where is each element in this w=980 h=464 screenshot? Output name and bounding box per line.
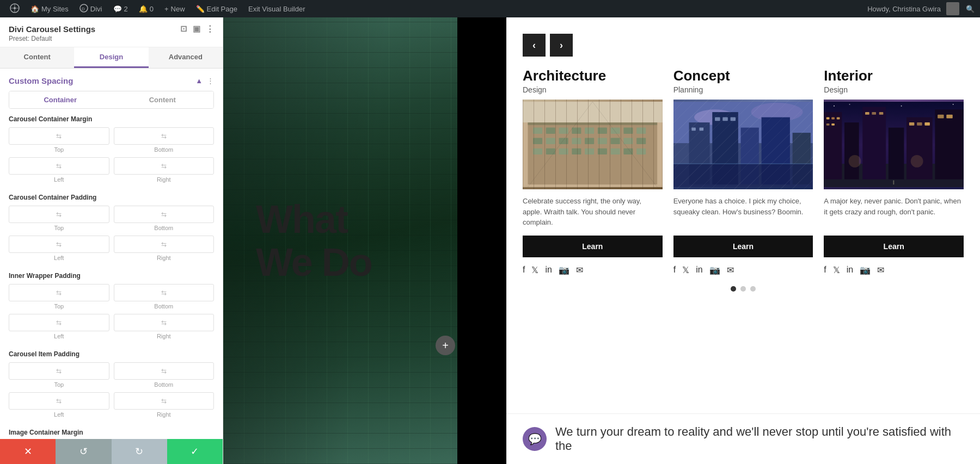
sub-tab-container[interactable]: Container [9,91,112,108]
card-architecture: Architecture Design [523,67,663,275]
item-right-label: Right [157,411,171,418]
inner-top-field[interactable]: ⇆ [9,284,109,301]
howdy-text: Howdy, Christina Gwira [867,5,941,13]
padding-right-wrap: ⇆ Right [114,236,215,261]
facebook-icon[interactable]: f [523,265,525,275]
card-2-social: f 𝕏 in 📷 ✉ [673,265,813,275]
item-bottom-field[interactable]: ⇆ [114,362,215,380]
edit-icon: ✏️ [196,5,205,13]
edit-page-button[interactable]: ✏️ Edit Page [192,0,242,17]
carousel-section: ‹ › Architecture Design [506,17,980,464]
email-icon-2[interactable]: ✉ [727,265,734,275]
margin-top-field[interactable]: ⇆ [9,127,109,145]
svg-rect-48 [699,128,703,131]
inner-right-field[interactable]: ⇆ [114,314,215,331]
linkedin-icon[interactable]: in [545,265,552,275]
twitter-icon-2[interactable]: 𝕏 [682,265,689,275]
item-left-label: Left [54,411,64,418]
footer-text: We turn your dream to reality and we'll … [555,425,964,453]
search-icon[interactable]: 🔍 [966,5,975,13]
cancel-button[interactable]: ✕ [0,439,56,464]
sub-tab-content[interactable]: Content [112,91,214,108]
section-more-icon[interactable]: ⋮ [207,77,214,85]
instagram-icon-2[interactable]: 📷 [709,265,720,275]
more-icon[interactable]: ⋮ [206,24,214,34]
card-3-learn-button[interactable]: Learn [824,236,964,257]
svg-rect-10 [559,128,568,134]
instagram-icon-3[interactable]: 📷 [860,265,871,275]
comments-button[interactable]: 💬 2 [109,0,132,17]
footer-teaser: 💬 We turn your dream to reality and we'l… [506,413,980,464]
inner-left-field[interactable]: ⇆ [9,314,109,331]
padding-right-field[interactable]: ⇆ [114,236,215,253]
inner-bottom-field[interactable]: ⇆ [114,284,215,301]
resize-icon[interactable]: ⊡ [180,24,187,34]
exit-builder-button[interactable]: Exit Visual Builder [244,0,310,17]
padding-bottom-wrap: ⇆ Bottom [114,206,215,231]
svg-rect-43 [712,112,738,184]
card-3-title: Interior [824,67,964,84]
linkedin-icon-2[interactable]: in [696,265,702,275]
add-section-button[interactable]: + [436,336,455,355]
item-top-field[interactable]: ⇆ [9,362,109,380]
chat-bubble-icon: 💬 [528,432,542,446]
facebook-icon-3[interactable]: f [824,265,826,275]
tab-advanced[interactable]: Advanced [149,47,223,68]
redo-button[interactable]: ↻ [112,439,167,464]
padding-bottom-field[interactable]: ⇆ [114,206,215,223]
facebook-icon-2[interactable]: f [673,265,676,275]
dot-2[interactable] [740,286,746,292]
margin-bottom-wrap: ⇆ Bottom [114,127,215,153]
next-arrow[interactable]: › [550,34,573,57]
padding-left-field[interactable]: ⇆ [9,236,109,253]
my-sites-button[interactable]: 🏠 My Sites [26,0,73,17]
twitter-icon[interactable]: 𝕏 [531,265,538,275]
svg-rect-50 [722,117,728,121]
card-2-learn-button[interactable]: Learn [673,236,813,257]
carousel-nav: ‹ › [523,34,964,57]
svg-rect-4 [523,102,663,187]
divi-button[interactable]: D Divi [75,0,107,17]
svg-rect-33 [623,149,633,154]
svg-rect-31 [598,149,607,154]
item-right-field[interactable]: ⇆ [114,392,215,410]
inner-wrapper-padding-inputs: ⇆ Top ⇆ Bottom ⇆ Left [9,284,214,339]
svg-rect-59 [844,122,859,180]
new-button[interactable]: + New [160,0,189,17]
svg-rect-65 [832,117,835,120]
undo-button[interactable]: ↺ [56,439,111,464]
dot-1[interactable] [731,286,736,292]
svg-rect-44 [740,128,758,185]
confirm-icon: ✓ [191,446,199,457]
linkedin-icon-3[interactable]: in [847,265,853,275]
email-icon-3[interactable]: ✉ [877,265,884,275]
dot-3[interactable] [750,286,756,292]
item-left-field[interactable]: ⇆ [9,392,109,410]
svg-rect-75 [938,115,944,119]
panel-title: Divi Carousel Settings ⊡ ▣ ⋮ [9,24,214,34]
email-icon[interactable]: ✉ [576,265,583,275]
margin-left-field[interactable]: ⇆ [9,157,109,175]
panel-preset[interactable]: Preset: Default [9,35,214,42]
prev-arrow[interactable]: ‹ [523,34,546,57]
notifications-button[interactable]: 🔔 0 [134,0,158,17]
inner-wrapper-padding-group: Inner Wrapper Padding ⇆ Top ⇆ Bottom [9,272,214,339]
card-1-desc: Celebrate success right, the only way, a… [523,196,663,228]
twitter-icon-3[interactable]: 𝕏 [833,265,840,275]
padding-top-field[interactable]: ⇆ [9,206,109,223]
redo-icon: ↻ [135,446,143,457]
panel-content: Carousel Container Margin ⇆ Top ⇆ Bottom [0,115,223,439]
card-1-learn-button[interactable]: Learn [523,236,663,257]
tab-content[interactable]: Content [0,47,74,68]
svg-rect-25 [636,138,646,144]
tab-design[interactable]: Design [74,47,148,68]
layout-icon[interactable]: ▣ [193,24,200,34]
collapse-icon[interactable]: ▲ [195,77,203,85]
carousel-container-padding-inputs: ⇆ Top ⇆ Bottom ⇆ Left [9,206,214,261]
instagram-icon[interactable]: 📷 [559,265,569,275]
margin-bottom-field[interactable]: ⇆ [114,127,215,145]
wp-logo-button[interactable] [5,0,24,17]
margin-right-field[interactable]: ⇆ [114,157,215,175]
svg-point-77 [849,155,861,168]
confirm-button[interactable]: ✓ [167,439,223,464]
